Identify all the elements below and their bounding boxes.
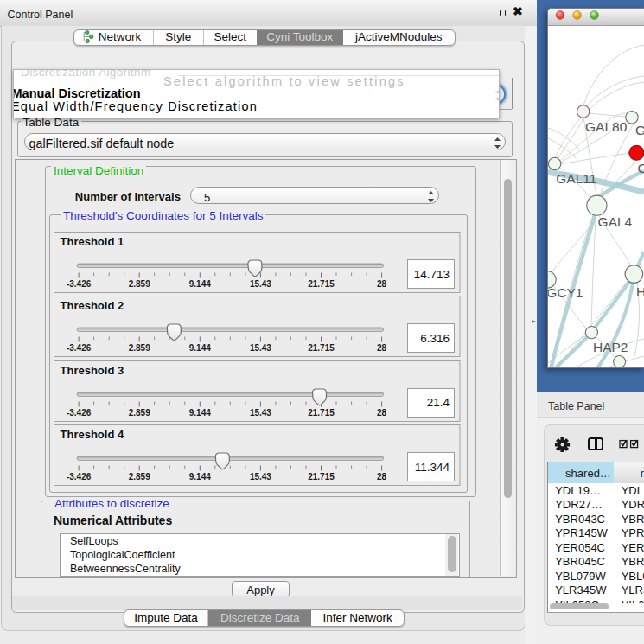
svg-text:9.144: 9.144 [189, 408, 211, 418]
svg-text:Threshold 2: Threshold 2 [61, 299, 124, 312]
svg-text:C…: C… [638, 161, 644, 175]
svg-text:9.144: 9.144 [189, 343, 211, 353]
svg-text:21.715: 21.715 [308, 279, 335, 289]
svg-text:21.715: 21.715 [308, 408, 335, 418]
svg-text:28: 28 [377, 408, 387, 418]
svg-text:H…: H… [636, 284, 644, 299]
svg-text:2.859: 2.859 [129, 279, 150, 289]
svg-text:2.859: 2.859 [129, 472, 150, 481]
svg-text:28: 28 [377, 343, 387, 353]
svg-text:Threshold 3: Threshold 3 [61, 364, 124, 377]
svg-text:GAL…: GAL… [635, 123, 644, 137]
svg-text:9.144: 9.144 [189, 279, 211, 289]
svg-text:-3.426: -3.426 [67, 408, 92, 418]
svg-text:21.715: 21.715 [308, 343, 335, 353]
svg-text:-3.426: -3.426 [67, 279, 92, 289]
svg-text:15.43: 15.43 [250, 408, 271, 418]
svg-text:2.859: 2.859 [129, 343, 150, 353]
svg-text:21.715: 21.715 [308, 472, 335, 481]
svg-text:28: 28 [377, 279, 387, 289]
svg-text:Threshold 4: Threshold 4 [61, 428, 124, 441]
svg-text:28: 28 [377, 472, 387, 481]
svg-text:2.859: 2.859 [129, 408, 150, 418]
svg-text:15.43: 15.43 [250, 343, 271, 353]
svg-text:GAL4: GAL4 [598, 214, 633, 229]
svg-text:-3.426: -3.426 [67, 472, 92, 481]
svg-text:15.43: 15.43 [250, 472, 271, 481]
svg-text:Threshold 1: Threshold 1 [61, 235, 124, 248]
svg-text:GAL11: GAL11 [556, 171, 596, 186]
svg-text:-3.426: -3.426 [67, 343, 92, 353]
svg-text:GAL80: GAL80 [585, 119, 628, 134]
svg-text:GCY1: GCY1 [548, 285, 583, 300]
svg-text:HAP2: HAP2 [593, 340, 628, 354]
svg-text:15.43: 15.43 [250, 279, 271, 289]
svg-text:9.144: 9.144 [189, 472, 211, 481]
